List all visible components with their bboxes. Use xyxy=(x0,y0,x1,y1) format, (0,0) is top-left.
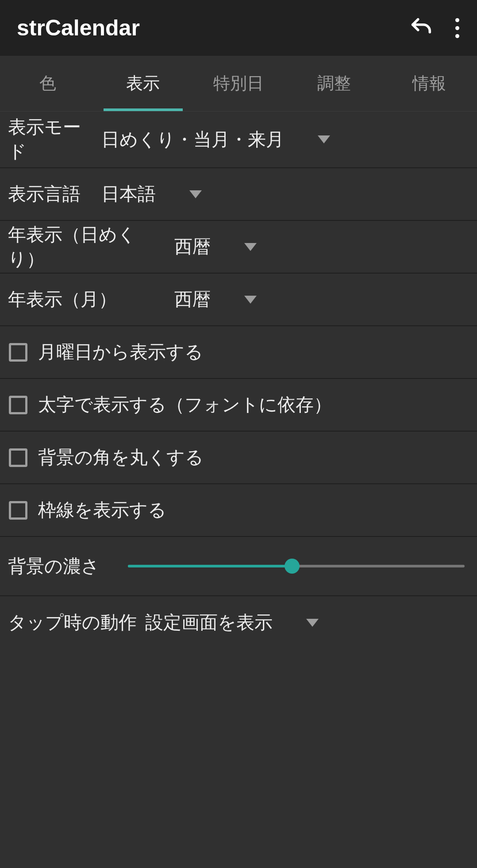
tap-action-label: タップ時の動作 xyxy=(8,610,145,635)
bold-font-label: 太字で表示する（フォントに依存） xyxy=(38,393,332,417)
language-spinner[interactable]: 日本語 xyxy=(101,182,202,206)
row-bold-font[interactable]: 太字で表示する（フォントに依存） xyxy=(0,379,477,432)
year-month-value: 西暦 xyxy=(174,287,211,312)
year-daily-label: 年表示（日めくり） xyxy=(8,223,167,271)
round-corners-label: 背景の角を丸くする xyxy=(38,445,204,470)
display-mode-label: 表示モード xyxy=(8,115,94,164)
chevron-down-icon xyxy=(318,135,330,143)
row-bg-opacity: 背景の濃さ xyxy=(0,537,477,596)
tab-color[interactable]: 色 xyxy=(0,56,96,111)
language-label: 表示言語 xyxy=(8,182,94,206)
tab-label: 色 xyxy=(39,72,56,95)
start-monday-label: 月曜日から表示する xyxy=(38,340,203,364)
display-mode-value: 日めくり・当月・来月 xyxy=(101,127,284,152)
checkbox-icon xyxy=(9,448,27,467)
show-border-label: 枠線を表示する xyxy=(38,498,166,522)
app-title: strCalendar xyxy=(17,15,408,41)
row-language: 表示言語 日本語 xyxy=(0,168,477,221)
app-header: strCalendar xyxy=(0,0,477,56)
chevron-down-icon xyxy=(244,296,257,304)
row-tap-action: タップ時の動作 設定画面を表示 xyxy=(0,596,477,649)
year-month-spinner[interactable]: 西暦 xyxy=(174,287,257,312)
row-year-month: 年表示（月） 西暦 xyxy=(0,274,477,326)
tab-label: 特別日 xyxy=(213,75,264,93)
checkbox-icon xyxy=(9,396,27,414)
slider-thumb-icon xyxy=(285,559,300,574)
year-daily-value: 西暦 xyxy=(174,235,211,259)
bg-opacity-label: 背景の濃さ xyxy=(8,554,100,579)
row-year-daily: 年表示（日めくり） 西暦 xyxy=(0,221,477,274)
tab-label: 情報 xyxy=(412,72,446,95)
tab-special-day[interactable]: 特別日 xyxy=(191,56,286,111)
checkbox-icon xyxy=(9,343,27,362)
row-display-mode: 表示モード 日めくり・当月・来月 xyxy=(0,112,477,168)
chevron-down-icon xyxy=(189,190,202,198)
tab-display[interactable]: 表示 xyxy=(96,56,191,111)
tap-action-value: 設定画面を表示 xyxy=(145,610,273,635)
row-round-corners[interactable]: 背景の角を丸くする xyxy=(0,432,477,484)
undo-icon[interactable] xyxy=(408,15,434,41)
chevron-down-icon xyxy=(244,243,257,251)
row-show-border[interactable]: 枠線を表示する xyxy=(0,484,477,537)
row-start-monday[interactable]: 月曜日から表示する xyxy=(0,326,477,379)
tab-label: 調整 xyxy=(317,72,351,95)
display-mode-spinner[interactable]: 日めくり・当月・来月 xyxy=(101,127,330,152)
tap-action-spinner[interactable]: 設定画面を表示 xyxy=(145,610,319,635)
tab-bar: 色 表示 特別日 調整 情報 xyxy=(0,56,477,112)
chevron-down-icon xyxy=(306,619,319,627)
tab-adjust[interactable]: 調整 xyxy=(286,56,382,111)
year-daily-spinner[interactable]: 西暦 xyxy=(174,235,257,259)
tab-info[interactable]: 情報 xyxy=(381,56,477,111)
tab-label: 表示 xyxy=(126,72,160,95)
checkbox-icon xyxy=(9,501,27,520)
more-vert-icon[interactable] xyxy=(455,18,459,38)
language-value: 日本語 xyxy=(101,182,156,206)
year-month-label: 年表示（月） xyxy=(8,287,167,312)
bg-opacity-slider[interactable] xyxy=(115,559,465,574)
